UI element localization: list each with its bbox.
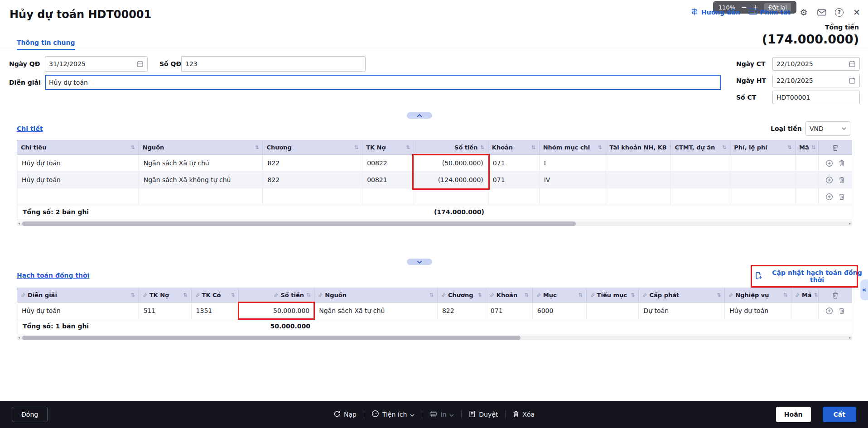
scroll-left-arrow[interactable] [18, 223, 20, 225]
add-row-icon[interactable] [825, 176, 833, 184]
scroll-left-arrow[interactable] [18, 337, 20, 339]
ngay-qd-input[interactable] [45, 56, 148, 72]
scrollbar-thumb[interactable] [22, 221, 576, 226]
side-panel-toggle[interactable]: « [860, 279, 868, 300]
sort-icon[interactable]: ⇅ [306, 292, 310, 298]
calendar-icon[interactable] [849, 60, 856, 67]
help-icon[interactable]: ? [835, 8, 844, 17]
horizontal-scrollbar[interactable] [17, 221, 852, 226]
column-header[interactable]: Số tiền⇅ [239, 288, 314, 302]
table-row[interactable]: Hủy dự toánNgân sách Xã không tự chủ8220… [17, 172, 852, 188]
sort-icon[interactable]: ⇅ [598, 144, 602, 150]
scroll-right-arrow[interactable] [849, 337, 851, 339]
sort-icon[interactable]: ⇅ [787, 144, 791, 150]
column-header[interactable]: Chương⇅ [438, 288, 486, 302]
column-header[interactable]: Số tiền⇅ [414, 140, 488, 154]
reload-button[interactable]: Nạp [333, 410, 357, 419]
guide-link[interactable]: Hướng dẫn [690, 8, 740, 17]
column-header[interactable]: TK Nợ⇅ [139, 288, 192, 302]
sort-icon[interactable]: ⇅ [578, 292, 582, 298]
delete-button[interactable]: Xóa [513, 410, 535, 419]
column-header[interactable]: Khoản⇅ [486, 288, 533, 302]
delete-row-icon[interactable] [839, 176, 845, 183]
column-header[interactable]: Chi tiêu⇅ [17, 140, 139, 154]
sort-icon[interactable]: ⇅ [811, 144, 815, 150]
approve-button[interactable]: Duyệt [469, 410, 498, 419]
horizontal-scrollbar[interactable] [17, 336, 852, 340]
close-icon[interactable]: ✕ [852, 7, 862, 17]
sort-icon[interactable]: ⇅ [130, 144, 135, 150]
sort-icon[interactable]: ⇅ [406, 144, 410, 150]
detail-section-link[interactable]: Chi tiết [17, 125, 43, 132]
table-row[interactable]: Hủy dự toánNgân sách Xã tự chủ82200822(5… [17, 155, 852, 172]
sort-icon[interactable]: ⇅ [722, 144, 726, 150]
column-header[interactable]: Nghiệp vụ⇅ [725, 288, 791, 302]
sort-icon[interactable]: ⇅ [354, 144, 358, 150]
delete-row-icon[interactable] [839, 193, 845, 200]
utilities-button[interactable]: Tiện ích [371, 410, 415, 419]
sort-icon[interactable]: ⇅ [130, 292, 135, 298]
collapse-detail-button[interactable] [407, 259, 432, 265]
delete-row-icon[interactable] [839, 159, 845, 167]
sort-icon[interactable]: ⇅ [814, 292, 818, 298]
sort-icon[interactable]: ⇅ [631, 292, 635, 298]
column-header[interactable]: Mã⇅ [796, 140, 819, 154]
column-header[interactable]: Chương⇅ [263, 140, 362, 154]
sort-icon[interactable]: ⇅ [183, 292, 187, 298]
calendar-icon[interactable] [849, 77, 856, 84]
add-row-icon[interactable] [825, 307, 833, 315]
print-button[interactable]: In [429, 410, 454, 419]
scrollbar-thumb[interactable] [22, 336, 521, 340]
sort-icon[interactable]: ⇅ [480, 144, 484, 150]
column-header[interactable]: Tiểu mục⇅ [587, 288, 639, 302]
column-header[interactable]: Mã⇅ [791, 288, 819, 302]
scroll-right-arrow[interactable] [849, 223, 851, 225]
sort-icon[interactable]: ⇅ [478, 292, 482, 298]
so-qd-label: Số QĐ [159, 56, 181, 72]
add-row-icon[interactable] [825, 159, 833, 167]
collapse-form-button[interactable] [407, 112, 432, 119]
column-header[interactable]: Phí, lệ phí⇅ [730, 140, 796, 154]
postpone-button[interactable]: Hoãn [776, 407, 811, 422]
sort-icon[interactable]: ⇅ [525, 292, 529, 298]
column-header[interactable]: Cấp phát⇅ [639, 288, 725, 302]
sort-icon[interactable]: ⇅ [231, 292, 235, 298]
delete-row-icon[interactable] [839, 307, 845, 314]
delete-column-header[interactable] [819, 140, 852, 154]
ngay-ct-input[interactable] [772, 57, 860, 71]
column-header[interactable]: Khoản⇅ [488, 140, 540, 154]
table-row[interactable]: Hủy dự toán511135150.000.000Ngân sách Xã… [17, 303, 852, 319]
column-header[interactable]: Mục⇅ [533, 288, 587, 302]
dien-giai-input[interactable] [45, 75, 721, 90]
mail-icon[interactable] [817, 7, 827, 17]
update-simultaneous-button[interactable]: Cập nhật hạch toán đồng thời [755, 267, 868, 285]
column-header[interactable]: TK Nợ⇅ [362, 140, 414, 154]
column-header[interactable]: Nguồn⇅ [314, 288, 438, 302]
table-row[interactable] [17, 188, 852, 205]
column-header[interactable]: Diễn giải⇅ [17, 288, 139, 302]
delete-column-header[interactable] [819, 288, 852, 302]
sort-icon[interactable]: ⇅ [717, 292, 721, 298]
shortcuts-link[interactable]: Phím tắt [748, 8, 791, 16]
table-cell: Hủy dự toán [17, 172, 139, 188]
so-ct-input[interactable] [772, 91, 860, 104]
column-header[interactable]: Tài khoản NH, KB⇅ [606, 140, 671, 154]
ngay-qd-label: Ngày QĐ [9, 56, 40, 72]
settings-icon[interactable]: ⚙ [799, 7, 809, 17]
sort-icon[interactable]: ⇅ [429, 292, 434, 298]
column-header[interactable]: TK Có⇅ [192, 288, 239, 302]
column-header[interactable]: Nguồn⇅ [139, 140, 263, 154]
simultaneous-section-link[interactable]: Hạch toán đồng thời [17, 272, 89, 279]
close-button[interactable]: Đóng [12, 407, 48, 422]
save-button[interactable]: Cất [823, 407, 856, 422]
sort-icon[interactable]: ⇅ [255, 144, 259, 150]
currency-select[interactable]: VND [805, 121, 850, 136]
sort-icon[interactable]: ⇅ [783, 292, 787, 298]
column-header[interactable]: CTMT, dự án⇅ [671, 140, 730, 154]
add-row-icon[interactable] [825, 193, 833, 201]
so-qd-input[interactable] [181, 56, 366, 72]
column-header[interactable]: Nhóm mục chi⇅ [540, 140, 606, 154]
sort-icon[interactable]: ⇅ [531, 144, 535, 150]
calendar-icon[interactable] [136, 60, 144, 67]
ngay-ht-input[interactable] [772, 74, 860, 87]
